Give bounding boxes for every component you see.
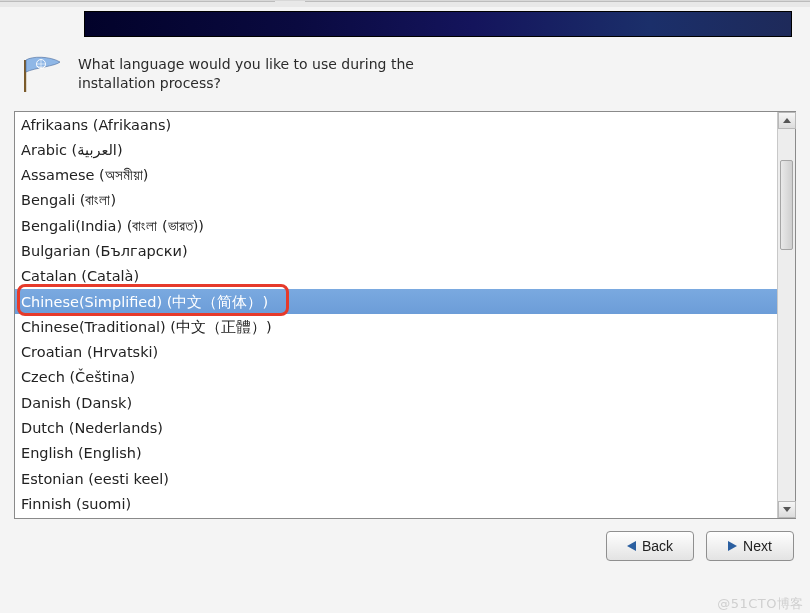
arrow-right-icon — [728, 541, 737, 551]
language-option[interactable]: Dutch (Nederlands) — [15, 416, 777, 441]
language-option[interactable]: Chinese(Simplified) (中文（简体）) — [15, 289, 777, 314]
prompt-row: What language would you like to use duri… — [0, 37, 810, 105]
language-option[interactable]: Estonian (eesti keel) — [15, 466, 777, 491]
installer-window: What language would you like to use duri… — [0, 0, 810, 613]
language-list-body[interactable]: Afrikaans (Afrikaans)Arabic (العربية)Ass… — [15, 112, 777, 518]
prompt-text: What language would you like to use duri… — [78, 53, 414, 93]
arrow-left-icon — [627, 541, 636, 551]
language-option[interactable]: Croatian (Hrvatski) — [15, 340, 777, 365]
language-option[interactable]: English (English) — [15, 441, 777, 466]
language-option[interactable]: Bengali (বাংলা) — [15, 188, 777, 213]
language-option[interactable]: Bulgarian (Български) — [15, 238, 777, 263]
language-option[interactable]: Bengali(India) (বাংলা (ভারত)) — [15, 213, 777, 238]
next-button-label: Next — [743, 538, 772, 554]
chevron-up-icon — [783, 118, 791, 123]
back-button-label: Back — [642, 538, 673, 554]
chevron-down-icon — [783, 507, 791, 512]
language-option[interactable]: Czech (Čeština) — [15, 365, 777, 390]
scroll-down-button[interactable] — [778, 501, 796, 518]
prompt-line1: What language would you like to use duri… — [78, 56, 414, 72]
language-option[interactable]: Assamese (অসমীয়া) — [15, 163, 777, 188]
language-option[interactable]: Danish (Dansk) — [15, 390, 777, 415]
language-option[interactable]: Chinese(Traditional) (中文（正體）) — [15, 314, 777, 339]
prompt-line2: installation process? — [78, 75, 221, 91]
language-list: Afrikaans (Afrikaans)Arabic (العربية)Ass… — [14, 111, 796, 519]
header-banner — [84, 11, 792, 37]
language-option[interactable]: Arabic (العربية) — [15, 137, 777, 162]
watermark: @51CTO博客 — [717, 595, 804, 613]
button-bar: Back Next — [0, 519, 810, 561]
language-option[interactable]: Afrikaans (Afrikaans) — [15, 112, 777, 137]
titlebar — [0, 1, 810, 7]
language-option[interactable]: Finnish (suomi) — [15, 491, 777, 516]
language-option[interactable]: French (Français) — [15, 517, 777, 518]
un-flag-icon — [20, 53, 64, 95]
scroll-up-button[interactable] — [778, 112, 796, 129]
next-button[interactable]: Next — [706, 531, 794, 561]
back-button[interactable]: Back — [606, 531, 694, 561]
vertical-scrollbar[interactable] — [777, 112, 795, 518]
scroll-thumb[interactable] — [780, 160, 793, 250]
language-option[interactable]: Catalan (Català) — [15, 264, 777, 289]
